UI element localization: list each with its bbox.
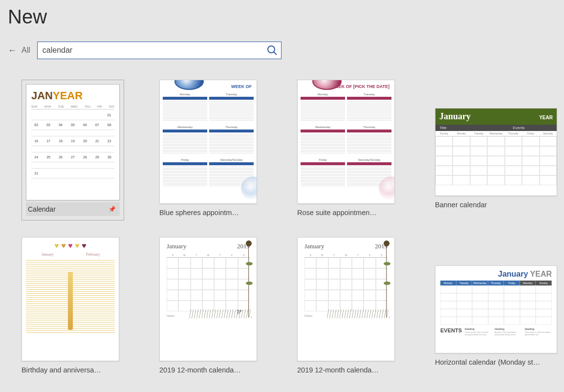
search-icon[interactable] xyxy=(266,44,278,56)
template-thumbnail[interactable]: JANYEAR SUNMONTUEWEDTHUFRISAT 0102030405… xyxy=(26,84,120,200)
template-grid: JANYEAR SUNMONTUEWEDTHUFRISAT 0102030405… xyxy=(8,80,556,374)
search-box[interactable] xyxy=(37,42,282,59)
template-thumbnail[interactable]: January2019 SMTWTFS Notes: 🕊 xyxy=(159,237,257,361)
svg-point-0 xyxy=(268,46,275,53)
template-thumbnail[interactable]: ♥ ♥ ♥ ♥ ♥ January February xyxy=(22,237,119,361)
page-title: New xyxy=(8,6,556,28)
back-arrow-icon[interactable]: ← xyxy=(8,45,17,56)
template-thumbnail[interactable]: January YEAR MondayTuesdayWednesdayThurs… xyxy=(435,265,557,353)
template-card[interactable]: WEEK OF [PICK THE DATE] MondayTuesdayWed… xyxy=(297,80,419,220)
template-label: 2019 12-month calenda… xyxy=(297,366,414,374)
template-card[interactable]: JANYEAR SUNMONTUEWEDTHUFRISAT 0102030405… xyxy=(22,80,144,220)
filter-all-label[interactable]: All xyxy=(22,46,30,55)
template-thumbnail[interactable]: JanuaryYEAR TitleEvents SundayMondayTues… xyxy=(435,108,557,196)
search-input[interactable] xyxy=(43,46,266,55)
template-label: Banner calendar xyxy=(435,201,552,209)
template-label: Horizontal calendar (Monday st… xyxy=(435,358,552,366)
template-label: 2019 12-month calenda… xyxy=(159,366,277,374)
svg-line-1 xyxy=(274,52,277,55)
template-card[interactable]: January YEAR MondayTuesdayWednesdayThurs… xyxy=(435,237,557,374)
template-thumbnail[interactable]: WEEK OF [PICK THE DATE] MondayTuesdayWed… xyxy=(297,80,395,204)
template-label: Birthday and anniversa… xyxy=(22,366,139,374)
template-label: Calendar xyxy=(28,205,56,213)
template-label: Rose suite appointmen… xyxy=(297,209,414,217)
template-card[interactable]: ♥ ♥ ♥ ♥ ♥ January February Birthday and … xyxy=(22,237,144,374)
template-card[interactable]: January2019 SMTWTFS Notes: 🕊 2019 12-mon… xyxy=(159,237,282,374)
template-card[interactable]: JanuaryYEAR TitleEvents SundayMondayTues… xyxy=(435,80,557,220)
search-row: ← All xyxy=(8,42,556,59)
template-card[interactable]: WEEK OF MondayTuesdayWednesdayThursdayFr… xyxy=(159,80,282,220)
pin-icon[interactable]: 📌 xyxy=(108,206,116,213)
template-card[interactable]: January2019 SMTWTFS Notes: 2019 12-month… xyxy=(297,237,419,374)
template-label: Blue spheres appointm… xyxy=(159,209,277,217)
template-thumbnail[interactable]: January2019 SMTWTFS Notes: xyxy=(297,237,395,361)
template-thumbnail[interactable]: WEEK OF MondayTuesdayWednesdayThursdayFr… xyxy=(159,80,257,204)
